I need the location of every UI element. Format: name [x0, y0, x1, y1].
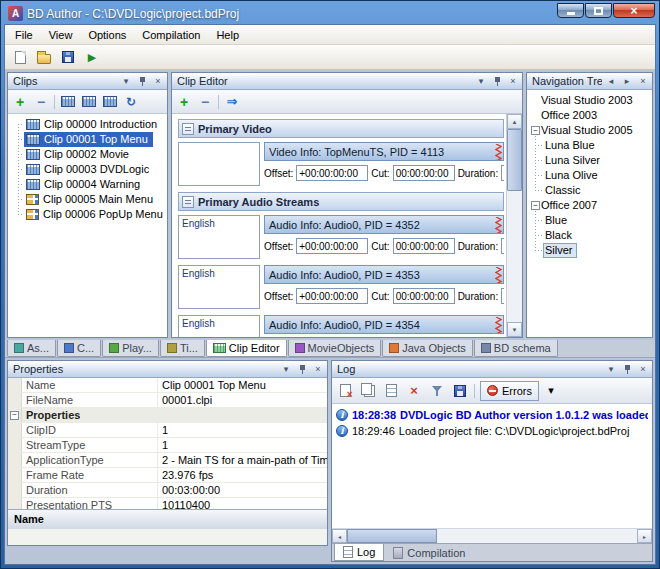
nav-item-visual-studio-2003[interactable]: Visual Studio 2003 [527, 93, 652, 108]
clip-tool-button-3[interactable] [100, 92, 120, 112]
property-row-presentation-pts[interactable]: Presentation PTS10110400 [8, 498, 327, 509]
audio-info-bar[interactable]: Audio Info: Audio0, PID = 4354 [264, 315, 504, 334]
clip-item-00004[interactable]: Clip 00004 Warning [8, 177, 167, 192]
section-collapse-icon[interactable] [182, 123, 194, 135]
clips-menu-button[interactable]: ▾ [119, 75, 133, 88]
nav-item-blue[interactable]: Blue [527, 213, 652, 228]
tab-ti[interactable]: Ti... [160, 340, 205, 357]
menu-file[interactable]: File [7, 26, 41, 44]
tab-as[interactable]: As... [7, 340, 56, 357]
video-cut-input[interactable] [393, 165, 455, 181]
property-row-duration[interactable]: Duration00:03:00:00 [8, 483, 327, 498]
scrollbar-thumb[interactable] [347, 529, 437, 543]
open-project-button[interactable] [33, 47, 55, 68]
tab-clip-editor[interactable]: Clip Editor [206, 340, 287, 357]
clip-item-00005[interactable]: Clip 00005 Main Menu [8, 192, 167, 207]
clear-log-button[interactable] [334, 380, 356, 401]
close-button[interactable]: × [613, 3, 655, 18]
video-preview[interactable] [178, 142, 260, 186]
filter-log-button[interactable] [426, 380, 448, 401]
property-row-streamtype[interactable]: StreamType1 [8, 438, 327, 453]
maximize-button[interactable] [585, 3, 612, 18]
delete-log-button[interactable]: × [403, 380, 425, 401]
section-collapse-icon[interactable] [182, 196, 194, 208]
clips-close-button[interactable]: × [151, 75, 165, 88]
clip-tool-button-1[interactable] [58, 92, 78, 112]
property-row-clipid[interactable]: ClipID1 [8, 423, 327, 438]
clip-item-00002[interactable]: Clip 00002 Movie [8, 147, 167, 162]
primary-audio-section-header[interactable]: Primary Audio Streams [178, 192, 504, 211]
scrollbar-thumb[interactable] [507, 129, 522, 191]
audio-info-bar[interactable]: Audio Info: Audio0, PID = 4353 [264, 265, 504, 284]
nav-item-office-2003[interactable]: Office 2003 [527, 108, 652, 123]
add-stream-button[interactable]: + [174, 92, 194, 112]
video-offset-input[interactable] [296, 165, 368, 181]
audio-cut-input[interactable] [393, 238, 455, 254]
nav-close-button[interactable]: × [636, 75, 650, 88]
video-duration-input[interactable] [501, 165, 504, 181]
property-row-name[interactable]: NameClip 00001 Top Menu [8, 378, 327, 393]
properties-menu-button[interactable]: ▾ [279, 363, 293, 376]
clip-editor-pin-button[interactable] [490, 75, 504, 88]
log-notes-button[interactable] [380, 380, 402, 401]
clip-editor-menu-button[interactable]: ▾ [474, 75, 488, 88]
clips-pin-button[interactable] [135, 75, 149, 88]
menu-help[interactable]: Help [208, 26, 247, 44]
errors-filter-button[interactable]: Errors [480, 381, 539, 401]
nav-item-classic[interactable]: Classic [527, 183, 652, 198]
remove-clip-button[interactable]: − [31, 92, 51, 112]
log-pin-button[interactable] [620, 363, 634, 376]
nav-item-silver[interactable]: Silver [527, 243, 652, 258]
nav-scroll-left-button[interactable]: ◂ [604, 75, 618, 88]
save-log-button[interactable] [449, 380, 471, 401]
tab-bd-schema[interactable]: BD schema [474, 340, 558, 357]
collapse-expander-icon[interactable]: − [10, 411, 19, 420]
clip-item-00003[interactable]: Clip 00003 DVDLogic [8, 162, 167, 177]
property-row-applicationtype[interactable]: ApplicationType2 - Main TS for a main-pa… [8, 453, 327, 468]
nav-item-black[interactable]: Black [527, 228, 652, 243]
collapse-expander-icon[interactable]: − [531, 201, 540, 210]
tab-log[interactable]: Log [334, 544, 384, 561]
goto-button[interactable]: ⇒ [222, 92, 242, 112]
audio-cut-input[interactable] [393, 288, 455, 304]
clip-item-00006[interactable]: Clip 00006 PopUp Menu [8, 207, 167, 222]
audio-language-box[interactable]: English [178, 215, 260, 259]
scroll-left-button[interactable]: ◂ [332, 529, 347, 543]
minimize-button[interactable] [557, 3, 584, 18]
scroll-right-button[interactable]: ▸ [637, 529, 652, 543]
titlebar[interactable]: A BD Author - C:\DVDLogic\project.bdProj… [4, 1, 656, 24]
scroll-up-button[interactable]: ▲ [507, 114, 522, 129]
menu-options[interactable]: Options [80, 26, 134, 44]
refresh-clips-button[interactable]: ↻ [121, 92, 141, 112]
log-toolbar-overflow-button[interactable]: ▾ [540, 380, 562, 401]
nav-item-luna-blue[interactable]: Luna Blue [527, 138, 652, 153]
video-info-bar[interactable]: Video Info: TopMenuTS, PID = 4113 [264, 142, 504, 161]
new-project-button[interactable] [9, 47, 31, 68]
tab-play[interactable]: Play... [102, 340, 159, 357]
clip-item-00000[interactable]: Clip 00000 Introduction [8, 117, 167, 132]
audio-language-box[interactable]: English [178, 315, 260, 337]
audio-offset-input[interactable] [296, 238, 368, 254]
collapse-expander-icon[interactable]: − [531, 126, 540, 135]
clip-tool-button-2[interactable] [79, 92, 99, 112]
nav-scroll-right-button[interactable]: ▸ [620, 75, 634, 88]
audio-duration-input[interactable] [501, 238, 504, 254]
nav-item-luna-olive[interactable]: Luna Olive [527, 168, 652, 183]
tab-java-objects[interactable]: Java Objects [382, 340, 473, 357]
clip-item-00001[interactable]: Clip 00001 Top Menu [8, 132, 167, 147]
remove-stream-button[interactable]: − [195, 92, 215, 112]
audio-duration-input[interactable] [501, 288, 504, 304]
property-row-filename[interactable]: FileName00001.clpi [8, 393, 327, 408]
properties-pin-button[interactable] [295, 363, 309, 376]
nav-item-office-2007[interactable]: −Office 2007 [527, 198, 652, 213]
properties-close-button[interactable]: × [311, 363, 325, 376]
nav-item-luna-silver[interactable]: Luna Silver [527, 153, 652, 168]
log-menu-button[interactable]: ▾ [604, 363, 618, 376]
audio-info-bar[interactable]: Audio Info: Audio0, PID = 4352 [264, 215, 504, 234]
menu-view[interactable]: View [41, 26, 81, 44]
audio-language-box[interactable]: English [178, 265, 260, 309]
add-clip-button[interactable]: + [10, 92, 30, 112]
copy-log-button[interactable] [357, 380, 379, 401]
property-category-properties[interactable]: −Properties [8, 408, 327, 423]
compile-button[interactable]: ▶ [81, 47, 103, 68]
